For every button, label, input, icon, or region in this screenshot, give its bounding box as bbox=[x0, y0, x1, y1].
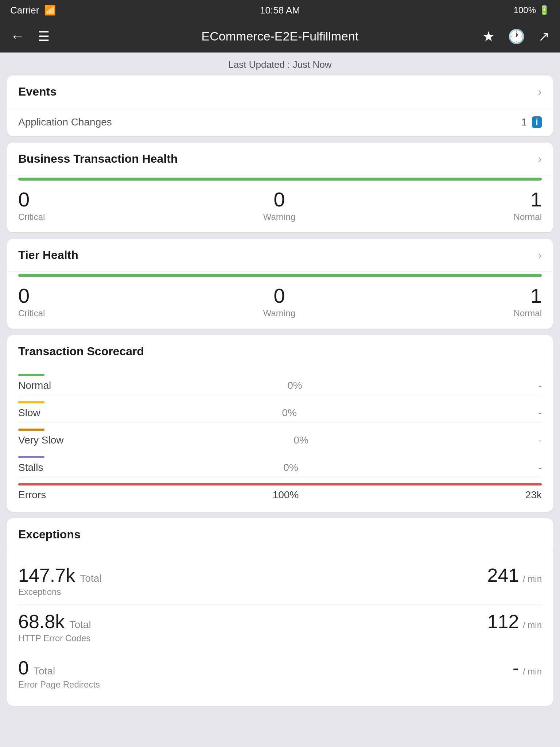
exception-rate-unit: / min bbox=[520, 574, 542, 584]
bth-critical-stat: 0 Critical bbox=[18, 189, 45, 222]
exception-row-0: 147.7k Total Exceptions 241 / min bbox=[18, 558, 542, 605]
bth-normal-stat: 1 Normal bbox=[514, 189, 542, 222]
th-critical-number: 0 bbox=[18, 286, 30, 306]
nav-bar-right: ★ 🕐 ↗ bbox=[482, 28, 550, 44]
bth-warning-number: 0 bbox=[273, 189, 285, 210]
star-icon[interactable]: ★ bbox=[482, 28, 495, 44]
th-critical-stat: 0 Critical bbox=[18, 286, 45, 318]
scorecard-pct: 0% bbox=[282, 407, 296, 419]
th-title: Tier Health bbox=[18, 248, 78, 262]
scorecard-row-very-slow: Very Slow 0% - bbox=[18, 423, 542, 450]
scorecard-bar bbox=[18, 429, 44, 431]
bth-warning-stat: 0 Warning bbox=[263, 189, 295, 222]
bth-title: Business Transaction Health bbox=[18, 152, 178, 166]
exceptions-header: Exceptions bbox=[7, 518, 553, 551]
exceptions-title: Exceptions bbox=[18, 528, 81, 541]
bth-critical-label: Critical bbox=[18, 212, 45, 222]
bth-critical-number: 0 bbox=[18, 189, 30, 210]
wifi-icon: 📶 bbox=[44, 5, 56, 16]
exception-right: 241 / min bbox=[487, 566, 542, 585]
scorecard-data: Stalls 0% - bbox=[18, 462, 542, 473]
status-bar-time: 10:58 AM bbox=[260, 5, 300, 16]
exception-rate: 241 bbox=[487, 565, 519, 586]
status-bar-left: Carrier 📶 bbox=[10, 5, 56, 16]
th-normal-label: Normal bbox=[514, 308, 542, 318]
th-bar-container bbox=[7, 274, 553, 277]
exception-left: 0 Total Error Page Redirects bbox=[18, 658, 100, 690]
exception-right: 112 / min bbox=[487, 612, 542, 631]
th-header[interactable]: Tier Health › bbox=[7, 239, 553, 272]
scorecard-name: Very Slow bbox=[18, 434, 64, 446]
exception-row-2: 0 Total Error Page Redirects - / min bbox=[18, 651, 542, 697]
exception-rate: 112 bbox=[487, 611, 519, 632]
scorecard-name: Normal bbox=[18, 380, 51, 391]
events-header[interactable]: Events › bbox=[7, 76, 553, 108]
th-normal-stat: 1 Normal bbox=[514, 286, 542, 318]
scorecard-val: - bbox=[538, 380, 542, 391]
th-normal-number: 1 bbox=[530, 286, 542, 306]
bth-chevron: › bbox=[538, 152, 542, 166]
exception-big: 0 bbox=[18, 657, 29, 678]
th-health-bar bbox=[18, 274, 542, 277]
transaction-scorecard-card: Transaction Scorecard Normal 0% - Slow 0… bbox=[7, 335, 553, 512]
status-bar: Carrier 📶 10:58 AM 100% 🔋 bbox=[0, 0, 560, 20]
th-warning-number: 0 bbox=[273, 286, 285, 306]
exception-row-1: 68.8k Total HTTP Error Codes 112 / min bbox=[18, 605, 542, 651]
exceptions-body: 147.7k Total Exceptions 241 / min 68.8k … bbox=[7, 551, 553, 706]
scorecard-pct: 0% bbox=[293, 434, 308, 446]
bth-bar-container bbox=[7, 178, 553, 181]
exception-rate-unit: / min bbox=[520, 666, 542, 676]
scorecard-row-errors: Errors 100% 23k bbox=[18, 477, 542, 504]
scorecard-val: - bbox=[538, 462, 542, 473]
scorecard-bar bbox=[18, 483, 542, 485]
application-changes-row: Application Changes 1 i bbox=[7, 108, 553, 136]
exception-big-label: Total bbox=[77, 573, 101, 584]
exception-sub: HTTP Error Codes bbox=[18, 633, 91, 643]
bth-header[interactable]: Business Transaction Health › bbox=[7, 143, 553, 175]
exception-big-label: Total bbox=[67, 619, 91, 630]
application-changes-right: 1 i bbox=[521, 116, 542, 128]
bth-normal-number: 1 bbox=[530, 189, 542, 210]
application-changes-count: 1 bbox=[521, 116, 527, 128]
info-badge: i bbox=[532, 116, 542, 128]
last-updated: Last Updated : Just Now bbox=[0, 53, 560, 76]
scorecard-bar bbox=[18, 374, 44, 376]
business-transaction-health-card[interactable]: Business Transaction Health › 0 Critical… bbox=[7, 143, 553, 232]
events-chevron: › bbox=[538, 85, 542, 98]
th-warning-label: Warning bbox=[263, 308, 295, 318]
events-card[interactable]: Events › Application Changes 1 i bbox=[7, 76, 553, 136]
carrier-label: Carrier bbox=[10, 5, 39, 16]
scorecard-data: Very Slow 0% - bbox=[18, 434, 542, 446]
scorecard-row-normal: Normal 0% - bbox=[18, 368, 542, 395]
scorecard-val: - bbox=[538, 434, 542, 446]
scorecard-name: Stalls bbox=[18, 462, 43, 473]
bth-stats: 0 Critical 0 Warning 1 Normal bbox=[7, 181, 553, 232]
th-critical-label: Critical bbox=[18, 308, 45, 318]
nav-title: ECommerce-E2E-Fulfillment bbox=[202, 29, 359, 43]
exception-sub: Error Page Redirects bbox=[18, 680, 100, 690]
exception-left: 68.8k Total HTTP Error Codes bbox=[18, 612, 91, 643]
tier-health-card[interactable]: Tier Health › 0 Critical 0 Warning 1 Nor… bbox=[7, 239, 553, 329]
back-button[interactable]: ← bbox=[10, 28, 25, 44]
bth-warning-label: Warning bbox=[263, 212, 295, 222]
scorecard-val: 23k bbox=[525, 489, 542, 501]
events-title: Events bbox=[18, 85, 57, 98]
scorecard-pct: 100% bbox=[273, 489, 299, 501]
nav-bar-left: ← ☰ bbox=[10, 28, 50, 44]
exception-big: 68.8k bbox=[18, 611, 65, 632]
exception-big-label: Total bbox=[31, 665, 55, 677]
clock-icon[interactable]: 🕐 bbox=[508, 28, 525, 44]
th-chevron: › bbox=[538, 248, 542, 262]
bth-health-bar bbox=[18, 178, 542, 181]
exception-rate: - bbox=[513, 657, 519, 678]
scorecard-pct: 0% bbox=[283, 462, 298, 473]
status-bar-right: 100% 🔋 bbox=[514, 5, 550, 15]
application-changes-label: Application Changes bbox=[18, 116, 112, 128]
scorecard-row-stalls: Stalls 0% - bbox=[18, 450, 542, 477]
scorecard-body: Normal 0% - Slow 0% - Very Slow 0% - Sta… bbox=[7, 368, 553, 512]
th-stats: 0 Critical 0 Warning 1 Normal bbox=[7, 277, 553, 329]
scorecard-data: Errors 100% 23k bbox=[18, 489, 542, 501]
chart-icon[interactable]: ↗ bbox=[538, 28, 550, 44]
menu-button[interactable]: ☰ bbox=[38, 29, 50, 44]
ts-title: Transaction Scorecard bbox=[18, 345, 144, 358]
